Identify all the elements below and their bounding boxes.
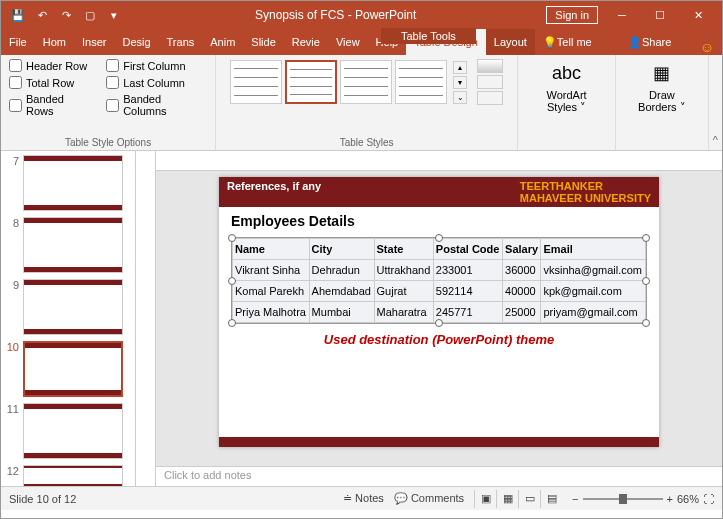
gallery-down-icon[interactable]: ▾ (453, 76, 467, 89)
check-last-column[interactable]: Last Column (106, 76, 207, 89)
ribbon: Header Row Total Row Banded Rows First C… (1, 55, 722, 151)
ribbon-tabs: File Hom Inser Desig Trans Anim Slide Re… (1, 29, 722, 55)
save-icon[interactable]: 💾 (7, 4, 29, 26)
draw-borders-button[interactable]: ▦ Draw Borders ˅ (624, 59, 700, 113)
tab-insert[interactable]: Inser (74, 29, 114, 55)
check-banded-columns[interactable]: Banded Columns (106, 93, 207, 117)
horizontal-ruler (156, 151, 722, 171)
tab-layout[interactable]: Layout (486, 29, 535, 55)
group-label-table-styles: Table Styles (224, 135, 509, 148)
selected-table[interactable]: NameCityStatePostal CodeSalaryEmail Vikr… (231, 237, 647, 324)
maximize-icon[interactable]: ☐ (642, 4, 678, 26)
slide-indicator[interactable]: Slide 10 of 12 (9, 493, 76, 505)
effects-button[interactable] (477, 91, 503, 105)
thumbnail[interactable]: 9 (5, 279, 131, 335)
table-row: Komal ParekhAhemdabadGujrat59211440000kp… (233, 281, 646, 302)
group-label-style-options: Table Style Options (9, 135, 207, 148)
borders-button[interactable] (477, 75, 503, 89)
gallery-more-icon[interactable]: ⌄ (453, 91, 467, 104)
minimize-icon[interactable]: ─ (604, 4, 640, 26)
collapse-ribbon-icon[interactable]: ^ (709, 55, 722, 150)
notes-pane[interactable]: Click to add notes (156, 466, 722, 486)
fit-window-icon[interactable]: ⛶ (703, 493, 714, 505)
slide-ref-text: References, if any (227, 180, 321, 204)
thumbnail[interactable]: 10 (5, 341, 131, 397)
zoom-in-icon[interactable]: + (667, 493, 673, 505)
tab-slideshow[interactable]: Slide (243, 29, 283, 55)
slideshow-view-icon[interactable]: ▤ (540, 490, 562, 508)
tab-file[interactable]: File (1, 29, 35, 55)
sign-in-button[interactable]: Sign in (546, 6, 598, 24)
zoom-level[interactable]: 66% (677, 493, 699, 505)
slide: References, if any TEERTHANKERMAHAVEER U… (219, 177, 659, 447)
zoom-slider[interactable] (583, 498, 663, 500)
redo-icon[interactable]: ↷ (55, 4, 77, 26)
slide-heading[interactable]: Employees Details (219, 207, 659, 235)
thumbnail[interactable]: 7 (5, 155, 131, 211)
undo-icon[interactable]: ↶ (31, 4, 53, 26)
normal-view-icon[interactable]: ▣ (474, 490, 496, 508)
shading-button[interactable] (477, 59, 503, 73)
check-header-row[interactable]: Header Row (9, 59, 94, 72)
share-button[interactable]: 👤 Share (620, 29, 679, 55)
table-row: Vikrant SinhaDehradunUttrakhand233001360… (233, 260, 646, 281)
close-icon[interactable]: ✕ (680, 4, 716, 26)
vertical-ruler (136, 151, 156, 486)
slide-footer-bar (219, 437, 659, 447)
employees-table[interactable]: NameCityStatePostal CodeSalaryEmail Vikr… (232, 238, 646, 323)
thumbnail[interactable]: 12 (5, 465, 131, 486)
tab-transitions[interactable]: Trans (159, 29, 203, 55)
title-bar: 💾 ↶ ↷ ▢ ▾ Synopsis of FCS - PowerPoint S… (1, 1, 722, 29)
slide-caption[interactable]: Used destination (PowerPoint) theme (219, 332, 659, 347)
thumbnail[interactable]: 11 (5, 403, 131, 459)
tab-home[interactable]: Hom (35, 29, 74, 55)
start-from-beginning-icon[interactable]: ▢ (79, 4, 101, 26)
sorter-view-icon[interactable]: ▦ (496, 490, 518, 508)
wordart-styles-button[interactable]: abc WordArt Styles ˅ (526, 59, 607, 113)
comments-button[interactable]: 💬 Comments (394, 492, 464, 505)
reading-view-icon[interactable]: ▭ (518, 490, 540, 508)
zoom-out-icon[interactable]: − (572, 493, 578, 505)
thumbnail[interactable]: 8 (5, 217, 131, 273)
check-banded-rows[interactable]: Banded Rows (9, 93, 94, 117)
table-styles-gallery[interactable] (230, 60, 447, 104)
university-logo-text: TEERTHANKERMAHAVEER UNIVERSITY (520, 180, 651, 204)
notes-button[interactable]: ≐ Notes (343, 492, 384, 505)
tell-me[interactable]: 💡 Tell me (535, 29, 600, 55)
check-total-row[interactable]: Total Row (9, 76, 94, 89)
status-bar: Slide 10 of 12 ≐ Notes 💬 Comments ▣ ▦ ▭ … (1, 486, 722, 510)
check-first-column[interactable]: First Column (106, 59, 207, 72)
tab-review[interactable]: Revie (284, 29, 328, 55)
tab-view[interactable]: View (328, 29, 368, 55)
gallery-up-icon[interactable]: ▴ (453, 61, 467, 74)
slide-thumbnails: 7 8 9 10 11 12 (1, 151, 136, 486)
qat-more-icon[interactable]: ▾ (103, 4, 125, 26)
window-title: Synopsis of FCS - PowerPoint (125, 8, 546, 22)
tab-animations[interactable]: Anim (202, 29, 243, 55)
context-tab-label: Table Tools (381, 28, 476, 44)
tab-design[interactable]: Desig (114, 29, 158, 55)
feedback-icon[interactable]: ☺ (700, 39, 714, 55)
slide-canvas[interactable]: References, if any TEERTHANKERMAHAVEER U… (156, 171, 722, 466)
